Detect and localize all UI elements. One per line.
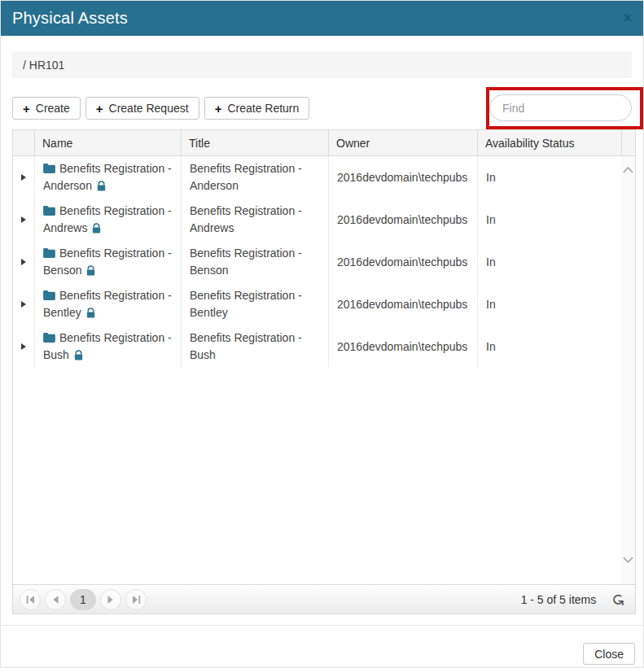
next-icon: [107, 596, 114, 604]
expand-arrow-icon[interactable]: [21, 216, 26, 223]
breadcrumb-path[interactable]: / HR101: [23, 59, 64, 72]
asset-owner-cell: 2016devdomain\techpubs: [328, 325, 477, 368]
asset-owner-cell: 2016devdomain\techpubs: [328, 156, 477, 199]
asset-title-cell: Benefits Registration - Bush: [181, 325, 328, 368]
asset-name: Benefits Registration - Andrews: [43, 204, 172, 234]
seek-first-icon: [26, 596, 35, 604]
expand-arrow-icon[interactable]: [21, 343, 26, 350]
create-request-button-label: Create Request: [109, 102, 189, 115]
page-title: Physical Assets: [12, 9, 128, 28]
close-icon[interactable]: ×: [623, 10, 632, 24]
previous-page-button[interactable]: [45, 589, 66, 610]
asset-owner-cell: 2016devdomain\techpubs: [328, 199, 477, 241]
breadcrumb: / HR101: [12, 51, 632, 78]
asset-name: Benefits Registration - Bush: [43, 331, 172, 361]
asset-name-cell[interactable]: Benefits Registration - Benson: [34, 241, 181, 283]
assets-grid: Name Title Owner Availability Status Ben…: [12, 129, 636, 614]
table-row[interactable]: Benefits Registration - Anderson Benefit…: [13, 156, 621, 199]
asset-name-cell[interactable]: Benefits Registration - Bentley: [34, 283, 181, 325]
grid-body: Benefits Registration - Anderson Benefit…: [13, 156, 635, 584]
plus-icon: +: [23, 103, 30, 115]
current-page-indicator[interactable]: 1: [70, 589, 96, 610]
folder-icon: [43, 164, 55, 173]
create-button[interactable]: + Create: [12, 97, 81, 120]
modal-footer: Close: [1, 626, 643, 665]
seek-last-icon: [132, 596, 141, 604]
asset-status-cell: In: [477, 156, 621, 199]
plus-icon: +: [96, 103, 103, 115]
asset-status-cell: In: [477, 199, 621, 241]
table-row[interactable]: Benefits Registration - Andrews Benefits…: [13, 199, 621, 241]
scroll-up-icon[interactable]: [623, 167, 633, 173]
asset-name: Benefits Registration - Bentley: [43, 289, 172, 319]
asset-name: Benefits Registration - Benson: [43, 247, 172, 277]
asset-title-cell: Benefits Registration - Andrews: [181, 199, 328, 241]
column-header-title[interactable]: Title: [181, 130, 328, 155]
asset-name-cell[interactable]: Benefits Registration - Anderson: [34, 156, 181, 199]
table-row[interactable]: Benefits Registration - Bush Benefits Re…: [13, 325, 621, 368]
column-header-scroll-spacer: [621, 130, 635, 155]
lock-icon: [86, 308, 95, 318]
close-button[interactable]: Close: [583, 643, 635, 665]
next-page-button[interactable]: [100, 589, 121, 610]
asset-name: Benefits Registration - Anderson: [43, 162, 172, 192]
column-header-expander: [13, 130, 34, 155]
pager: 1 1 - 5 of 5 items ↻: [13, 584, 635, 613]
first-page-button[interactable]: [20, 589, 41, 610]
create-button-label: Create: [36, 102, 70, 115]
asset-name-cell[interactable]: Benefits Registration - Andrews: [34, 199, 181, 241]
table-row[interactable]: Benefits Registration - Bentley Benefits…: [13, 283, 621, 325]
lock-icon: [86, 265, 95, 276]
lock-icon: [74, 350, 83, 360]
find-input[interactable]: [489, 94, 632, 121]
folder-icon: [43, 290, 55, 300]
asset-name-cell[interactable]: Benefits Registration - Bush: [34, 325, 181, 368]
vertical-scrollbar[interactable]: [621, 156, 635, 584]
asset-title-cell: Benefits Registration - Anderson: [181, 156, 328, 199]
create-return-button[interactable]: + Create Return: [204, 97, 310, 120]
asset-owner-cell: 2016devdomain\techpubs: [328, 241, 477, 283]
asset-title-cell: Benefits Registration - Bentley: [181, 283, 328, 325]
table-row[interactable]: Benefits Registration - Benson Benefits …: [13, 241, 621, 283]
expand-arrow-icon[interactable]: [21, 174, 26, 181]
modal-header: Physical Assets ×: [1, 1, 643, 36]
asset-owner-cell: 2016devdomain\techpubs: [328, 283, 477, 325]
folder-icon: [43, 333, 55, 343]
asset-title-cell: Benefits Registration - Benson: [181, 241, 328, 283]
asset-status-cell: In: [477, 283, 621, 325]
asset-status-cell: In: [477, 241, 621, 283]
plus-icon: +: [215, 103, 222, 115]
create-request-button[interactable]: + Create Request: [85, 97, 199, 120]
asset-status-cell: In: [477, 325, 621, 368]
folder-icon: [43, 206, 55, 216]
previous-icon: [52, 596, 59, 604]
items-count-info: 1 - 5 of 5 items: [521, 593, 597, 606]
column-header-name[interactable]: Name: [34, 130, 181, 155]
create-return-button-label: Create Return: [227, 102, 299, 115]
grid-header-row: Name Title Owner Availability Status: [13, 130, 635, 156]
toolbar: + Create + Create Request + Create Retur…: [12, 97, 632, 120]
column-header-owner[interactable]: Owner: [328, 130, 477, 155]
last-page-button[interactable]: [125, 589, 147, 610]
physical-assets-modal: { "modal": { "title": "Physical Assets" …: [0, 0, 644, 668]
expand-arrow-icon[interactable]: [21, 301, 26, 308]
lock-icon: [97, 181, 106, 191]
refresh-icon[interactable]: ↻: [611, 592, 627, 606]
scroll-down-icon[interactable]: [623, 557, 633, 563]
folder-icon: [43, 248, 55, 258]
column-header-availability-status[interactable]: Availability Status: [477, 130, 621, 155]
lock-icon: [92, 223, 101, 234]
expand-arrow-icon[interactable]: [21, 259, 26, 265]
